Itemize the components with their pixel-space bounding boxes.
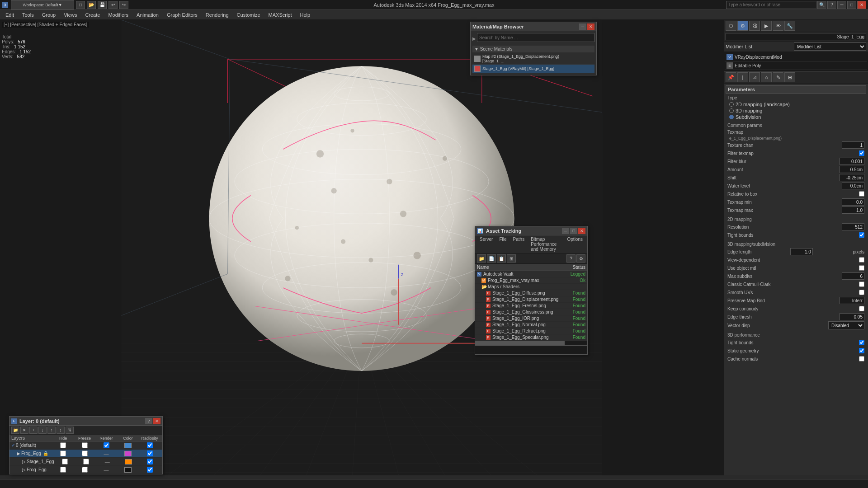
lp-freeze-2[interactable] (83, 459, 89, 465)
pin-icon[interactable]: 📌 (726, 72, 736, 82)
use-object-mtl-check[interactable] (859, 265, 864, 271)
at-row-maxfile[interactable]: M Frog_Egg_max_vray.max Ok (475, 277, 587, 284)
amount-input[interactable] (840, 166, 864, 173)
mod-tool1[interactable]: | (737, 72, 748, 82)
filter-texmap-check[interactable] (859, 150, 864, 156)
mat-browser-close[interactable]: ✕ (587, 23, 594, 30)
lp-help[interactable]: ? (145, 418, 152, 424)
main-search[interactable] (726, 1, 816, 9)
at-status-input[interactable] (475, 346, 587, 354)
workspace-dropdown[interactable]: Workspace: Default ▼ (11, 0, 74, 10)
lp-freeze-1[interactable] (82, 450, 88, 456)
modifier-dropdown[interactable]: Modifier List (794, 42, 866, 51)
water-level-input[interactable] (842, 182, 864, 189)
undo-btn[interactable]: ↩ (108, 1, 118, 9)
texmap-min-input[interactable] (842, 198, 864, 206)
lp-tool-6[interactable]: ↕ (57, 427, 65, 434)
lp-swatch-1[interactable] (124, 451, 132, 456)
maximize-btn[interactable]: □ (847, 1, 856, 9)
lp-row-2-freeze[interactable] (75, 459, 97, 465)
lp-row-1-freeze[interactable] (74, 450, 95, 456)
lp-row-1-render[interactable]: — (95, 451, 117, 456)
cache-normals-check[interactable] (859, 356, 864, 361)
at-row-diffuse[interactable]: P Stage_1_Egg_Diffuse.png Found (475, 290, 587, 296)
lp-row-2-radiosity[interactable] (139, 459, 160, 465)
at-scrollbar[interactable] (475, 341, 587, 345)
menu-edit[interactable]: Edit (2, 11, 18, 19)
at-row-fresnel[interactable]: P Stage_1_Egg_Fresnel.png Found (475, 303, 587, 309)
mod-tool5[interactable]: ⊞ (784, 72, 795, 82)
at-tool-4[interactable]: ⊞ (507, 254, 516, 263)
at-row-glossiness[interactable]: P Stage_1_Egg_Glossiness.png Found (475, 309, 587, 315)
lp-row-0-color[interactable] (117, 443, 139, 448)
lp-row-2-hide[interactable] (54, 459, 75, 465)
lp-row-3-hide[interactable] (52, 467, 74, 473)
open-btn[interactable]: 📂 (87, 1, 96, 9)
at-menu-paths[interactable]: Paths (510, 236, 528, 252)
at-row-vault[interactable]: V Autodesk Vault Logged (475, 271, 587, 277)
lp-hide-3[interactable] (60, 467, 66, 473)
lp-hide-1[interactable] (60, 450, 66, 456)
new-btn[interactable]: □ (76, 1, 85, 9)
lp-tool-1[interactable]: 📁 (11, 427, 19, 434)
save-btn[interactable]: 💾 (98, 1, 107, 9)
at-menu-bitmap[interactable]: Bitmap Performance and Memory (528, 236, 563, 252)
lp-swatch-3[interactable] (124, 467, 132, 473)
mat-search-input[interactable] (477, 33, 594, 42)
mod-tool3[interactable]: ⌂ (761, 72, 772, 82)
at-row-specular[interactable]: P Stage_1_Egg_Specular.png Found (475, 334, 587, 341)
at-tool-3[interactable]: 📋 (497, 254, 506, 263)
lp-swatch-2[interactable] (125, 459, 132, 465)
menu-group[interactable]: Group (38, 11, 60, 19)
redo-btn[interactable]: ↪ (119, 1, 128, 9)
resolution-input[interactable] (842, 223, 864, 230)
at-tool-help[interactable]: ? (566, 254, 576, 263)
modifier-item-vray[interactable]: V VRayDisplacementMod (725, 53, 867, 61)
preserve-map-input[interactable] (840, 297, 864, 304)
max-subdivs-input[interactable] (842, 272, 864, 280)
minimize-btn[interactable]: ─ (837, 1, 846, 9)
at-row-displacement[interactable]: P Stage_1_Egg_Displacement.png Found (475, 296, 587, 303)
lp-freeze-3[interactable] (82, 467, 88, 473)
display-tab[interactable]: 👁 (773, 21, 783, 31)
lp-row-0-radiosity[interactable] (139, 442, 160, 448)
lp-rad-0[interactable] (147, 442, 153, 448)
shift-input[interactable] (840, 174, 864, 181)
lp-tool-3[interactable]: + (29, 427, 38, 434)
classic-catmull-check[interactable] (859, 282, 864, 287)
lp-row-3-freeze[interactable] (74, 467, 95, 473)
texture-chan-input[interactable] (842, 141, 864, 149)
lp-row-2-color[interactable] (118, 459, 139, 465)
view-dependent-check[interactable] (859, 257, 864, 263)
at-menu-file[interactable]: File (496, 236, 509, 252)
menu-animation[interactable]: Animation (133, 11, 162, 19)
at-menu-options[interactable]: Options (565, 236, 585, 252)
motion-tab[interactable]: ▶ (761, 21, 772, 31)
at-maximize[interactable]: □ (570, 228, 577, 234)
lp-row-1-color[interactable] (117, 451, 139, 456)
menu-rendering[interactable]: Rendering (202, 11, 232, 19)
lp-hide-2[interactable] (62, 459, 68, 465)
lp-freeze-0[interactable] (82, 442, 88, 448)
edge-length-input[interactable] (790, 248, 813, 255)
modify-tab[interactable]: ⚙ (737, 21, 748, 31)
at-close[interactable]: ✕ (578, 228, 585, 234)
lp-rad-1[interactable] (147, 450, 153, 456)
lp-row-2[interactable]: ▷ Stage_1_Egg — (9, 458, 162, 466)
mat-browser-minimize[interactable]: ─ (579, 23, 586, 30)
at-tool-2[interactable]: 📄 (487, 254, 496, 263)
lp-rad-3[interactable] (147, 467, 153, 473)
static-geometry-check[interactable] (859, 348, 864, 353)
menu-create[interactable]: Create (81, 11, 104, 19)
at-tool-1[interactable]: 📁 (477, 254, 486, 263)
texmap-max-input[interactable] (842, 206, 864, 214)
vector-disp-select[interactable]: Disabled Object XYZ World XYZ (828, 321, 864, 329)
lp-row-0-freeze[interactable] (74, 442, 95, 448)
tight-bounds-check[interactable] (859, 232, 864, 238)
menu-views[interactable]: Views (60, 11, 80, 19)
at-scroll-handle[interactable] (475, 341, 565, 345)
radio-subdivision[interactable]: Subdivision (726, 114, 866, 120)
at-row-ior[interactable]: P Stage_1_Egg_IOR.png Found (475, 315, 587, 322)
radio-2d[interactable]: 2D mapping (landscape) (726, 101, 866, 108)
lp-row-3[interactable]: ▷ Frog_Egg — (9, 466, 162, 474)
